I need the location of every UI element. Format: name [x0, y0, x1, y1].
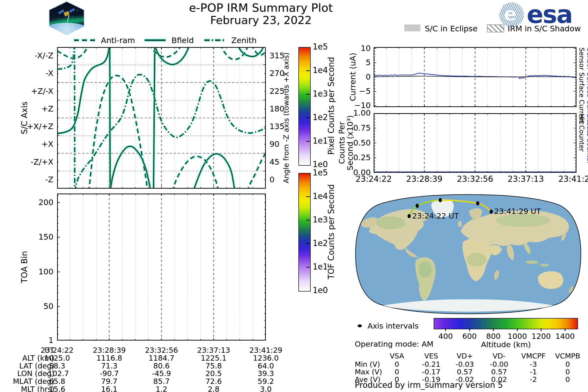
eclipse-legend-swatch — [404, 24, 420, 31]
pixel-colorbar — [298, 47, 311, 166]
voltage-cell: 0.57 — [448, 368, 482, 375]
voltage-cell: -0.03 — [448, 360, 482, 368]
right-time-tick-label: 23:41:29 — [550, 175, 588, 183]
alt-tick — [541, 328, 542, 331]
cassiope-mission-patch: CASSIOPE — [46, 0, 87, 36]
info-cell: 64.0 — [239, 362, 293, 369]
info-cell: 23:37:13 — [187, 346, 240, 353]
info-cell: 72.6 — [187, 377, 240, 384]
colorbar-tick — [306, 267, 310, 268]
info-cell: 16.1 — [82, 385, 136, 392]
sc-ytick-label: +Z/-X — [15, 87, 54, 95]
info-cell: 1116.8 — [82, 354, 136, 361]
info-cell: 2.8 — [187, 385, 240, 392]
colorbar-tick-label: 1e2 — [312, 239, 328, 247]
voltage-col-header: VES — [414, 352, 448, 359]
voltage-col-header: VCMPB — [550, 352, 585, 359]
voltage-cell: 0 — [550, 375, 585, 383]
voltage-col-header: VSA — [380, 352, 414, 359]
page-title-block: e-POP IRM Summary Plot February 23, 2022 — [98, 2, 424, 26]
voltage-cell: -0.00 — [482, 360, 516, 368]
operating-mode-label: Operating mode: AM — [355, 340, 434, 348]
voltage-cell: 0 — [380, 360, 414, 368]
voltage-cell: -2 — [516, 375, 550, 383]
alt-tick — [493, 328, 494, 331]
voltage-cell: 0 — [550, 368, 585, 375]
right-time-tick-label: 23:24:22 — [347, 175, 400, 183]
sc-ytick-label: +Z — [15, 105, 54, 113]
sc-ytick-label: +X/+Z — [15, 122, 54, 130]
colorbar-tick — [306, 220, 310, 220]
info-cell: 23:28:39 — [82, 346, 136, 353]
world-map: 23:24:22 UT23:41:29 UT — [354, 194, 582, 315]
alt-tick — [445, 328, 446, 331]
tof-colorbar-label: TOF Counts per Second — [327, 184, 335, 279]
shadow-legend-label: IRM in S/C Shadow — [508, 24, 581, 33]
axis-interval-dot-icon — [358, 324, 362, 327]
patch-mission-name: CASSIOPE — [48, 28, 86, 31]
colorbar-tick — [306, 117, 310, 118]
sc-right-tick-label: 45 — [270, 158, 280, 166]
voltage-col-header: VD+ — [448, 352, 482, 359]
colorbar-tick-label: 1e3 — [312, 216, 328, 224]
axis-intervals-label: Axis intervals — [368, 322, 419, 330]
sc-axis-plot — [57, 47, 266, 189]
counts-right-label-blue: Detect Counter — [586, 114, 588, 164]
colorbar-tick — [306, 94, 310, 94]
info-cell: 23:41:29 — [239, 346, 293, 353]
info-cell: 1225.1 — [187, 354, 240, 361]
voltage-cell: -0.17 — [414, 368, 448, 375]
sc-right-tick-label: 0 — [270, 176, 274, 184]
counts-plot — [374, 113, 576, 173]
altitude-units-label: Altitude (km) — [467, 340, 545, 349]
current-ytick-label: 10 — [342, 44, 371, 52]
toa-ytick-label: 150 — [27, 233, 54, 241]
counts-ytick-label: 0.50 — [342, 139, 371, 147]
colorbar-tick-label: 1e0 — [312, 286, 328, 294]
info-cell: 23:24:22 — [30, 346, 84, 353]
toa-ylabel: TOA Bin — [20, 251, 28, 283]
legend-antiram-line — [74, 36, 96, 44]
info-cell: 23:32:56 — [134, 346, 188, 353]
voltage-cell: -3 — [516, 360, 550, 368]
counts-ytick-label: 1.00 — [342, 109, 371, 117]
eclipse-legend-label: S/C in Eclipse — [425, 24, 478, 33]
sc-ytick-label: -X — [15, 69, 54, 77]
info-cell: 80.6 — [134, 362, 188, 369]
counts-ytick-label: 0.25 — [342, 154, 371, 162]
esa-logo: e esa — [499, 2, 572, 27]
colorbar-tick-label: 1e3 — [312, 90, 328, 98]
sc-ytick-label: -Z — [15, 176, 54, 184]
altitude-colorbar — [434, 318, 578, 329]
voltage-col-header: VMCPF — [516, 352, 550, 359]
legend-zenith-label: Zenith — [231, 36, 257, 45]
alt-tick-label: 1400 — [550, 332, 580, 340]
sc-ytick-label: +X — [15, 140, 54, 148]
sc-right-tick-label: 90 — [270, 140, 280, 148]
satellite-panel-icon — [58, 10, 64, 14]
colorbar-tick-label: 1e1 — [312, 137, 328, 145]
info-cell: 65.8 — [30, 377, 84, 384]
toa-ytick-label: 50 — [27, 302, 54, 310]
info-cell: -45.9 — [134, 369, 188, 376]
shadow-legend-swatch — [487, 24, 504, 32]
info-cell: 75.8 — [187, 362, 240, 369]
page-title: e-POP IRM Summary Plot — [98, 2, 424, 14]
svg-text:23:41:29 UT: 23:41:29 UT — [494, 207, 541, 216]
info-cell: 58.3 — [30, 362, 84, 369]
voltage-cell: 0 — [380, 368, 414, 375]
colorbar-tick-label: 1e4 — [312, 192, 328, 200]
colorbar-tick-label: 1e0 — [312, 160, 328, 168]
satellite-panel-icon — [69, 8, 75, 13]
toa-ytick-label: 200 — [27, 198, 54, 206]
tof-colorbar — [298, 173, 311, 292]
info-cell: 3.0 — [239, 385, 293, 392]
info-cell: 15.6 — [30, 385, 84, 392]
legend-zenith-line — [204, 36, 226, 44]
colorbar-tick-label: 1e1 — [312, 263, 328, 271]
info-cell: 71.3 — [82, 362, 136, 369]
colorbar-tick-label: 1e2 — [312, 114, 328, 121]
counts-ytick-label: 0.75 — [342, 124, 371, 132]
pixel-colorbar-label: Pixel Counts per Second — [327, 57, 335, 154]
info-cell: 79.7 — [82, 377, 136, 384]
